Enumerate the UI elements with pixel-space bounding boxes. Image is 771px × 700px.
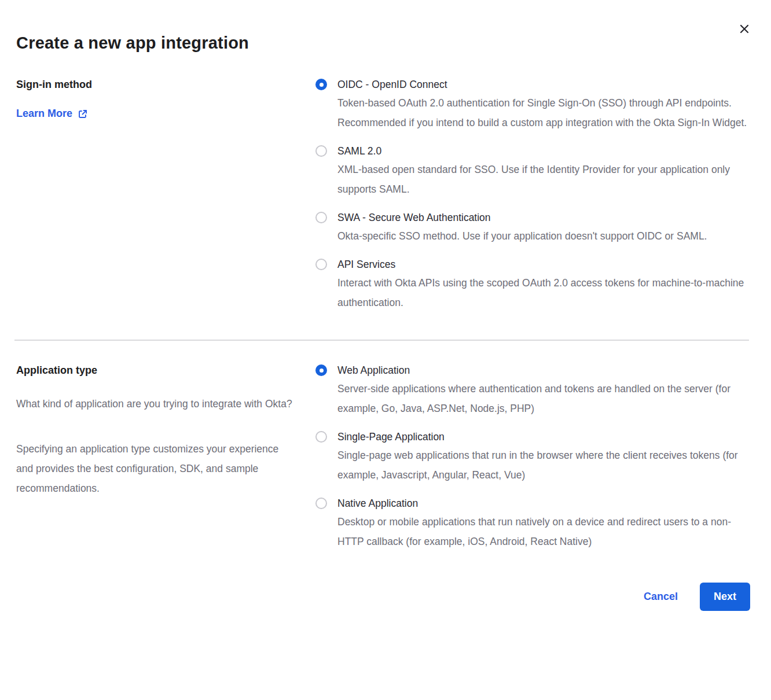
radio-option-apptype-2[interactable]: Native Application Desktop or mobile app… <box>315 497 750 551</box>
dialog-footer: Cancel Next <box>16 583 750 611</box>
radio-option-description: Okta-specific SSO method. Use if your ap… <box>337 226 707 246</box>
radio-option-label: SAML 2.0 <box>337 145 750 158</box>
radio-option-signin-1[interactable]: SAML 2.0 XML-based open standard for SSO… <box>315 145 750 199</box>
radio-option-label: SWA - Secure Web Authentication <box>337 211 707 224</box>
radio-button-icon[interactable] <box>315 364 327 376</box>
radio-option-signin-2[interactable]: SWA - Secure Web Authentication Okta-spe… <box>315 211 750 246</box>
signin-method-label: Sign-in method <box>16 78 302 91</box>
create-app-integration-dialog: Create a new app integration Sign-in met… <box>0 0 771 700</box>
radio-option-signin-3[interactable]: API Services Interact with Okta APIs usi… <box>315 258 750 312</box>
application-type-options: Web Application Server-side applications… <box>315 364 750 551</box>
section-divider <box>14 340 749 341</box>
learn-more-label: Learn More <box>16 108 72 120</box>
radio-button-icon[interactable] <box>315 145 327 157</box>
signin-method-options: OIDC - OpenID Connect Token-based OAuth … <box>315 78 750 312</box>
radio-button-icon[interactable] <box>315 259 327 270</box>
radio-button-icon[interactable] <box>315 431 327 443</box>
learn-more-link[interactable]: Learn More <box>16 108 88 120</box>
radio-option-description: XML-based open standard for SSO. Use if … <box>337 160 750 199</box>
radio-option-signin-0[interactable]: OIDC - OpenID Connect Token-based OAuth … <box>315 78 750 132</box>
application-type-section: Application type What kind of applicatio… <box>16 364 750 551</box>
radio-option-apptype-0[interactable]: Web Application Server-side applications… <box>315 364 750 418</box>
radio-button-icon[interactable] <box>315 212 327 223</box>
next-button[interactable]: Next <box>700 583 750 611</box>
external-link-icon <box>78 109 88 119</box>
radio-option-description: Token-based OAuth 2.0 authentication for… <box>337 93 750 132</box>
application-type-label: Application type <box>16 364 302 377</box>
application-type-description-2: Specifying an application type customize… <box>16 439 293 498</box>
radio-option-description: Single-page web applications that run in… <box>337 445 750 485</box>
cancel-button[interactable]: Cancel <box>644 591 678 603</box>
signin-method-section: Sign-in method Learn More OIDC - OpenID … <box>16 78 750 312</box>
radio-option-description: Interact with Okta APIs using the scoped… <box>337 273 750 312</box>
application-type-left-column: Application type What kind of applicatio… <box>16 364 315 551</box>
radio-option-description: Server-side applications where authentic… <box>337 379 750 418</box>
radio-option-apptype-1[interactable]: Single-Page Application Single-page web … <box>315 430 750 485</box>
signin-method-left-column: Sign-in method Learn More <box>16 78 315 312</box>
close-icon <box>739 23 750 35</box>
radio-option-label: Native Application <box>337 497 750 510</box>
radio-option-label: Web Application <box>337 364 750 377</box>
close-button[interactable] <box>737 22 751 36</box>
radio-option-label: OIDC - OpenID Connect <box>337 78 750 91</box>
radio-option-label: API Services <box>337 258 750 271</box>
dialog-title: Create a new app integration <box>16 34 750 53</box>
radio-option-label: Single-Page Application <box>337 430 750 444</box>
radio-option-description: Desktop or mobile applications that run … <box>337 512 750 551</box>
radio-button-icon[interactable] <box>315 498 327 509</box>
radio-button-icon[interactable] <box>315 79 327 90</box>
application-type-description-1: What kind of application are you trying … <box>16 394 293 414</box>
